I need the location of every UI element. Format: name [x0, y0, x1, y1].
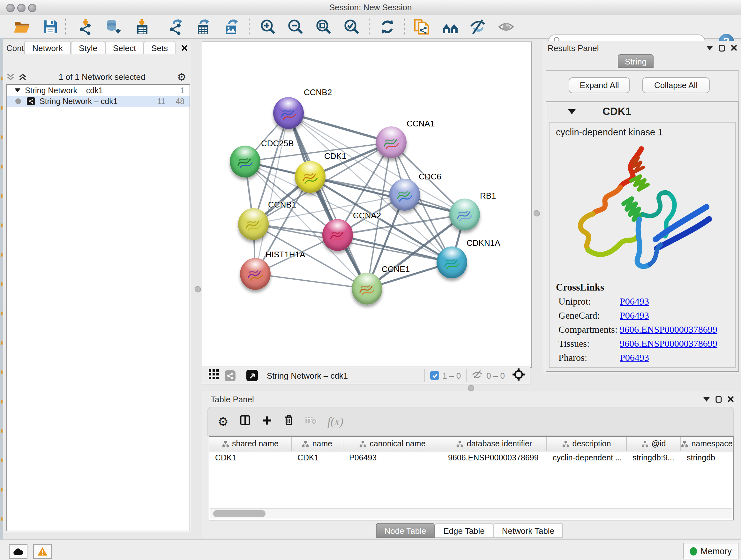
float-panel-icon[interactable] [706, 46, 713, 50]
node-CCNB2[interactable] [273, 97, 304, 129]
network-snapshot-button[interactable] [413, 18, 431, 36]
crosslink-label: Uniprot: [558, 296, 620, 307]
float-panel-icon[interactable] [703, 397, 710, 401]
zoom-selected-button[interactable] [343, 18, 360, 36]
maximize-panel-icon[interactable] [719, 44, 725, 51]
tab-network-table[interactable]: Network Table [493, 523, 563, 538]
network-view-canvas[interactable]: CCNB2CCNA1CDC25BCDK1CDC6RB1CCNB1CCNA2CDK… [202, 42, 532, 368]
splitter-handle-left[interactable] [195, 286, 201, 293]
create-column-plus-icon[interactable] [262, 415, 273, 428]
results-panel-title: Results Panel [548, 43, 599, 53]
crosslink-link[interactable]: 9606.ENSP00000378699 [620, 324, 718, 335]
node-label-CCNB1: CCNB1 [268, 200, 296, 209]
tab-sets[interactable]: Sets [144, 41, 176, 54]
expand-all-button[interactable]: Expand All [569, 77, 630, 93]
zoom-fit-button[interactable] [315, 18, 333, 36]
column-header-description[interactable]: description [547, 437, 627, 451]
import-table-button[interactable] [133, 18, 151, 36]
edge-dot [1, 312, 3, 315]
edge-HIST1H1A-CCNE1[interactable] [255, 274, 367, 289]
open-session-button[interactable] [13, 18, 30, 36]
node-label-CCNB2: CCNB2 [304, 87, 332, 97]
node-CDC6[interactable] [389, 179, 420, 211]
export-network-button[interactable] [167, 18, 185, 36]
export-table-button[interactable] [194, 18, 212, 36]
node-CDC25B[interactable] [230, 145, 260, 178]
tab-style[interactable]: Style [71, 41, 105, 54]
crosslink-link[interactable]: 9606.ENSP00000378699 [620, 338, 718, 349]
crosslink-link[interactable]: P06493 [620, 353, 649, 363]
expand-all-icon[interactable] [18, 72, 27, 81]
node-CCNA2[interactable] [322, 219, 353, 251]
column-header-namespace[interactable]: namespace [681, 437, 733, 451]
maximize-panel-icon[interactable] [716, 395, 722, 402]
collection-expander-icon[interactable] [15, 88, 20, 92]
column-header-name[interactable]: name [292, 437, 343, 451]
first-neighbors-button[interactable] [442, 18, 460, 36]
table-row[interactable]: CDK1CDK1P064939606.ENSP00000378699cyclin… [209, 451, 733, 463]
export-image-icon [223, 18, 240, 35]
gene-section: CDK1 cyclin-dependent kinase 1 [546, 102, 739, 372]
node-HIST1H1A[interactable] [240, 258, 271, 290]
apply-layout-button[interactable] [379, 18, 396, 36]
edge-dot [1, 77, 3, 80]
network-row-selected[interactable]: String Network – cdk1 11 48 [7, 96, 190, 107]
import-network-button[interactable] [77, 18, 95, 36]
close-panel-icon[interactable] [181, 45, 188, 51]
edge-CCNB2-CCNE1[interactable] [288, 113, 367, 289]
node-RB1[interactable] [449, 199, 480, 231]
save-session-button[interactable] [42, 18, 59, 36]
splitter-handle-bottom[interactable] [468, 385, 474, 391]
column-header-canonical-name[interactable]: canonical name [343, 437, 442, 451]
memory-button[interactable]: Memory [683, 543, 738, 559]
collapse-all-icon[interactable] [6, 72, 15, 81]
protein-thumbnail-icon [327, 226, 348, 245]
detach-view-icon[interactable] [246, 370, 258, 381]
toolbar-separator [249, 18, 250, 35]
gene-name: CDK1 [603, 105, 631, 118]
tab-string-results[interactable]: String [618, 54, 654, 68]
edge-dot [1, 253, 3, 257]
toolbar-separator [65, 18, 66, 35]
tab-edge-table[interactable]: Edge Table [434, 523, 493, 538]
horizontal-scrollbar[interactable] [210, 508, 732, 518]
column-header-database-identifier[interactable]: database identifier [442, 437, 547, 451]
table-settings-gear-icon[interactable]: ⚙ [218, 414, 228, 429]
crosslink-link[interactable]: P06493 [620, 296, 649, 307]
birds-eye-crosshair-icon[interactable] [513, 368, 525, 383]
node-CDK1[interactable] [295, 161, 326, 193]
main-toolbar: ? [0, 15, 741, 39]
node-CCNE1[interactable] [352, 273, 382, 305]
splitter-handle-right[interactable] [534, 210, 540, 216]
zoom-out-button[interactable] [286, 18, 305, 36]
tab-select[interactable]: Select [105, 41, 144, 54]
close-panel-icon[interactable] [731, 45, 737, 51]
crosslink-link[interactable]: P06493 [620, 310, 649, 321]
show-all-button[interactable] [497, 18, 515, 36]
scrollbar-thumb[interactable] [213, 510, 266, 517]
control-panel: Control Panel Network Style Select Sets … [3, 41, 191, 533]
column-header--id[interactable]: @id [627, 437, 681, 451]
network-collection-row[interactable]: String Network – cdk1 1 [7, 85, 190, 96]
selected-nodes-checkbox-icon[interactable] [430, 371, 439, 380]
import-network-database-button[interactable] [105, 18, 123, 36]
network-options-gear-icon[interactable]: ⚙ [177, 71, 186, 83]
node-CDKN1A[interactable] [436, 246, 467, 278]
close-panel-icon[interactable] [728, 396, 734, 402]
column-header-shared-name[interactable]: shared name [209, 437, 292, 451]
zoom-in-button[interactable] [259, 18, 277, 36]
network-grid-view-icon[interactable] [209, 369, 219, 382]
node-CCNB1[interactable] [238, 208, 269, 240]
tab-node-table[interactable]: Node Table [376, 523, 434, 538]
section-collapse-icon[interactable] [568, 109, 576, 114]
cloud-status-button[interactable] [9, 544, 27, 559]
hide-selected-button[interactable] [469, 18, 487, 36]
collapse-all-button[interactable]: Collapse All [642, 77, 710, 93]
network-share-view-icon[interactable] [225, 370, 235, 381]
node-CCNA1[interactable] [376, 126, 407, 159]
delete-column-trash-icon[interactable] [283, 415, 294, 428]
warning-status-button[interactable] [33, 544, 52, 559]
export-image-button[interactable] [223, 18, 241, 36]
show-columns-icon[interactable] [239, 415, 251, 428]
tab-network[interactable]: Network [24, 41, 71, 54]
